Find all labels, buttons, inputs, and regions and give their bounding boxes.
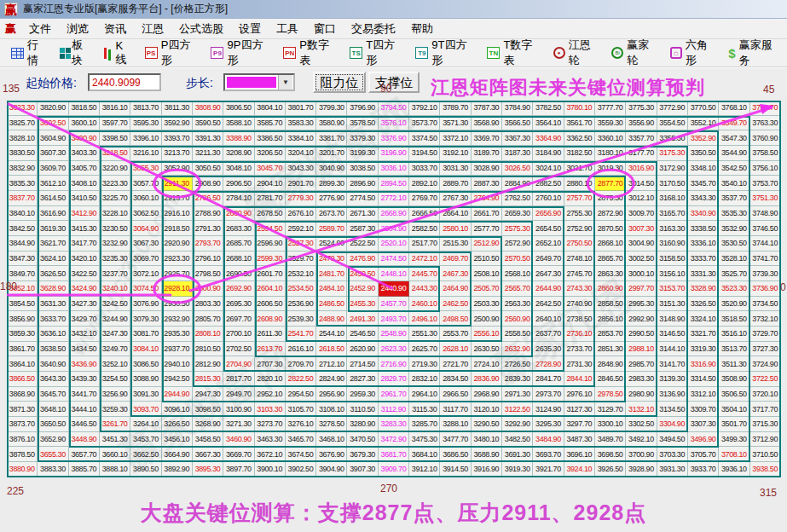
angle-label-270: 270 [380, 483, 397, 494]
gann-cell: 3597.70 [100, 116, 130, 131]
gann-cell: 3492.10 [626, 432, 657, 448]
gann-cell: 3590.50 [193, 116, 223, 131]
gann-cell: 3909.70 [379, 462, 409, 477]
gann-cell: 3153.70 [657, 281, 688, 297]
gann-cell: 3873.70 [7, 417, 38, 432]
gann-cell: 2836.90 [472, 372, 502, 387]
gann-cell: 3168.10 [657, 191, 688, 206]
toolbar-button-六角形[interactable]: ⬡六角形 [664, 35, 723, 71]
gann-cell: 3792.10 [409, 101, 440, 116]
gann-cell: 3720.10 [750, 387, 781, 402]
gann-cell: 3408.10 [69, 176, 100, 191]
gann-cell: 3033.70 [409, 161, 440, 176]
gann-cell: 2812.90 [193, 356, 223, 372]
kline-icon [104, 48, 112, 59]
gann-cell: 2880.10 [564, 176, 595, 191]
gann-cell: 3919.30 [502, 462, 533, 477]
menu-item-资讯[interactable]: 资讯 [96, 20, 134, 37]
gann-cell: 3350.50 [688, 146, 719, 161]
gann-cell: 2793.70 [193, 236, 223, 252]
gann-cell: 2731.30 [564, 356, 595, 372]
gann-cell: 3340.90 [688, 206, 719, 222]
gann-cell: 3151.30 [657, 297, 688, 312]
step-combobox[interactable]: ▼ [223, 73, 295, 91]
gann-cell: 3880.90 [7, 462, 38, 477]
gann-cell: 3309.70 [688, 402, 719, 417]
gann-cell: 3124.90 [533, 402, 564, 417]
gann-cell: 3660.10 [100, 447, 130, 462]
gann-cell: 2769.70 [409, 191, 440, 206]
gann-cell: 2529.70 [286, 252, 316, 267]
gann-cell: 2692.90 [223, 281, 254, 297]
toolbar-button-9T四方形[interactable]: T99T四方形 [409, 35, 481, 71]
gann-cell: 3523.30 [719, 281, 749, 297]
gann-cell: 2781.70 [255, 191, 286, 206]
gann-cell: 2455.30 [347, 297, 378, 312]
gann-cell: 3676.90 [316, 447, 347, 462]
gann-cell: 3074.50 [130, 281, 161, 297]
gann-cell: 2517.70 [409, 236, 440, 252]
resistance-button[interactable]: 阻力位 [313, 72, 366, 93]
gann-cell: 3028.90 [472, 161, 502, 176]
gann-cell: 3900.10 [255, 462, 286, 477]
gann-cell: 3645.70 [38, 387, 68, 402]
toolbar-button-T数字表[interactable]: TNT数字表 [481, 35, 547, 71]
gann-cell: 2968.90 [472, 387, 502, 402]
gann-cell: 2757.70 [564, 191, 595, 206]
gann-cell: 2724.10 [472, 356, 502, 372]
gann-cell: 3021.70 [564, 161, 595, 176]
toolbar-button-赢家服务[interactable]: $赢家服务 [722, 35, 787, 71]
gann-cell: 2558.50 [502, 327, 533, 342]
gann-cell: 2546.50 [347, 327, 378, 342]
toolbar-button-行情[interactable]: 行情 [5, 35, 54, 71]
child-window-icon: 赢 [5, 21, 16, 37]
toolbar-button-K线[interactable]: K线 [98, 37, 138, 70]
gann-cell: 3175.30 [657, 146, 688, 161]
gann-cell: 3662.50 [130, 447, 161, 462]
toolbar-button-赢家轮[interactable]: Bi赢家轮 [605, 35, 664, 71]
gann-cell: 2604.10 [255, 281, 286, 297]
gann-cell: 3456.10 [162, 432, 193, 448]
gann-cell: 3715.30 [750, 417, 781, 432]
toolbar-button-P四方形[interactable]: PSP四方形 [139, 35, 205, 71]
toolbar-button-9P四方形[interactable]: P99P四方形 [205, 35, 277, 71]
gann-cell: 2728.90 [533, 356, 564, 372]
step-color-swatch [227, 77, 276, 88]
gann-cell: 2810.50 [193, 342, 223, 357]
gann-cell: 3573.70 [409, 116, 440, 131]
gann-cell: 3244.90 [100, 311, 130, 327]
toolbar-button-江恩轮[interactable]: ●江恩轮 [547, 35, 606, 71]
gann-cell: 2486.50 [316, 297, 347, 312]
chevron-down-icon[interactable]: ▼ [278, 75, 292, 90]
start-price-input[interactable] [88, 73, 161, 91]
toolbar-button-板块[interactable]: 板块 [54, 35, 98, 71]
gann-cell: 3136.90 [657, 387, 688, 402]
gann-cell: 2800.90 [193, 281, 223, 297]
gann-cell: 2565.70 [502, 281, 533, 297]
gann-cell: 3352.90 [688, 130, 719, 146]
gann-cell: 3727.30 [750, 342, 781, 357]
gann-cell: 3784.90 [502, 101, 533, 116]
gann-cell: 3364.90 [533, 130, 564, 146]
gann-cell: 3271.30 [223, 417, 254, 432]
support-button[interactable]: 支撑位 [368, 72, 420, 93]
gann-cell: 2524.90 [316, 236, 347, 252]
gann-cell: 2664.10 [440, 206, 471, 222]
gann-cell: 3624.10 [38, 252, 68, 267]
gann-cell: 3360.10 [595, 130, 626, 146]
gann-cell: 3254.50 [100, 372, 130, 387]
gann-wheel-icon: ● [553, 47, 565, 59]
gann-cell: 2536.90 [286, 297, 316, 312]
gann-cell: 3112.90 [379, 402, 409, 417]
gann-cell: 3235.30 [100, 252, 130, 267]
gann-cell: 3813.70 [130, 101, 161, 116]
gann-cell: 3108.10 [316, 402, 347, 417]
gann-cell: 3568.90 [472, 116, 502, 131]
gann-cell: 3501.70 [719, 417, 749, 432]
gann-cell: 3139.30 [657, 372, 688, 387]
gann-cell: 2666.50 [409, 206, 440, 222]
toolbar-button-T四方形[interactable]: TST四方形 [344, 35, 409, 71]
toolbar-button-P数字表[interactable]: PNP数字表 [277, 35, 344, 71]
gann-cell: 2630.50 [472, 342, 502, 357]
gann-cell: 3525.70 [719, 266, 749, 281]
